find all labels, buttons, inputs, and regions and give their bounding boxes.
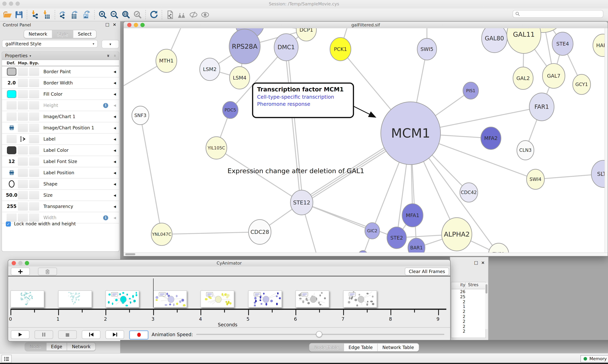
byp-value-cell[interactable] xyxy=(29,202,39,211)
expand-row-icon[interactable]: ◀ xyxy=(113,193,116,197)
import-network-button[interactable] xyxy=(29,10,41,20)
frame-thumbnail[interactable] xyxy=(248,290,282,308)
annotation-box[interactable]: Transcription factor MCM1 Cell-type-spec… xyxy=(252,83,354,118)
map-value-cell[interactable] xyxy=(18,135,28,143)
map-value-cell[interactable] xyxy=(18,123,28,132)
byp-value-cell[interactable] xyxy=(29,101,39,110)
def-value-cell[interactable] xyxy=(7,123,17,132)
network-edge[interactable] xyxy=(287,47,303,202)
frame-thumbnail[interactable] xyxy=(11,290,44,308)
table-column-header[interactable]: ity xyxy=(451,282,466,289)
def-value-cell[interactable] xyxy=(7,146,17,155)
def-value-cell[interactable] xyxy=(7,135,17,143)
tab-edge-table[interactable]: Edge Table xyxy=(344,343,378,351)
network-edge[interactable] xyxy=(216,148,302,203)
export-network-button[interactable] xyxy=(57,10,69,20)
network-node-snf3[interactable]: SNF3 xyxy=(132,106,149,125)
tab-style[interactable]: Style xyxy=(52,30,73,38)
def-value-cell[interactable]: 50.0 xyxy=(7,191,17,199)
def-value-cell[interactable] xyxy=(7,101,17,110)
lock-size-row[interactable]: ✓ Lock node width and height xyxy=(6,221,76,226)
tab-network-table[interactable]: Network Table xyxy=(378,343,419,351)
byp-value-cell[interactable] xyxy=(29,191,39,199)
style-property-row[interactable]: Border Paint◀ xyxy=(2,66,119,78)
open-session-button[interactable] xyxy=(1,10,13,20)
expand-row-icon[interactable]: ◀ xyxy=(113,148,116,152)
byp-value-cell[interactable] xyxy=(29,180,39,188)
expand-all-icon[interactable]: » xyxy=(106,54,111,57)
info-icon[interactable]: i xyxy=(103,215,108,220)
expand-row-icon[interactable]: ◀ xyxy=(113,126,116,130)
network-node-gal11[interactable]: GAL11 xyxy=(507,28,541,53)
network-node-yil105c[interactable]: YIL105C xyxy=(206,137,227,159)
network-node-pck1[interactable]: PCK1 xyxy=(330,38,351,61)
frame-thumbnail[interactable] xyxy=(105,290,139,308)
network-node-swi4[interactable]: SWI4 xyxy=(527,169,544,189)
frame-thumbnail[interactable] xyxy=(153,290,187,308)
show-all-button[interactable] xyxy=(199,10,211,20)
save-session-button[interactable] xyxy=(13,10,25,20)
style-property-row[interactable]: Fill Color◀ xyxy=(2,89,119,100)
network-node-gcy1[interactable]: GCY1 xyxy=(573,74,591,94)
network-from-document-button[interactable] xyxy=(164,10,176,20)
map-value-cell[interactable] xyxy=(18,191,28,199)
map-value-cell[interactable] xyxy=(18,157,28,166)
expand-row-icon[interactable]: ◀ xyxy=(113,92,116,96)
def-value-cell[interactable]: 2.0 xyxy=(7,78,17,87)
annotation-link[interactable]: Pheromone response xyxy=(257,101,349,107)
network-edge[interactable] xyxy=(140,116,162,234)
zoom-out-button[interactable] xyxy=(109,10,120,20)
search-input[interactable] xyxy=(520,11,595,17)
network-node-cln3[interactable]: CLN3 xyxy=(517,141,534,160)
table-row[interactable]: 2 xyxy=(451,299,486,304)
network-edge[interactable] xyxy=(162,232,260,234)
network-node-far1[interactable]: FAR1 xyxy=(529,93,554,121)
network-node-cdc28[interactable]: CDC28 xyxy=(249,220,271,245)
float-panel-icon[interactable]: □ xyxy=(474,260,480,265)
network-node-mfa1[interactable]: MFA1 xyxy=(402,204,423,227)
first-neighbors-button[interactable] xyxy=(176,10,188,20)
style-property-row[interactable]: 255Transparency◀ xyxy=(2,201,119,212)
table-row[interactable]: 2 xyxy=(451,309,486,314)
float-panel-icon[interactable]: □ xyxy=(105,22,112,27)
network-node-lsm4[interactable]: LSM4 xyxy=(230,66,250,89)
network-node-bar1[interactable]: BAR1 xyxy=(408,238,425,253)
byp-value-cell[interactable] xyxy=(29,169,39,177)
scrollbar-thumb[interactable] xyxy=(485,284,487,294)
pause-button[interactable] xyxy=(35,330,53,339)
network-canvas[interactable]: RPS28BDCP1RPS28ADMC1PCK1SWI5GAL80GAL11ST… xyxy=(124,28,608,253)
vertical-scrollbar[interactable] xyxy=(605,28,608,253)
network-node-rps28a[interactable]: RPS28A xyxy=(229,29,260,64)
annotation-link[interactable]: Cell-type-specific transcription xyxy=(257,94,349,100)
def-value-cell[interactable] xyxy=(7,112,17,121)
horizontal-scrollbar[interactable] xyxy=(124,253,608,256)
style-property-row[interactable]: Heighti◀ xyxy=(2,100,119,111)
map-value-cell[interactable] xyxy=(18,202,28,211)
network-node-ste2[interactable]: STE2 xyxy=(387,227,406,248)
def-value-cell[interactable] xyxy=(7,180,17,188)
refresh-button[interactable] xyxy=(148,10,160,20)
expand-row-icon[interactable]: ◀ xyxy=(113,160,116,163)
byp-value-cell[interactable] xyxy=(29,157,39,166)
style-property-row[interactable]: Label◀ xyxy=(2,134,119,145)
map-value-cell[interactable] xyxy=(18,180,28,188)
byp-value-cell[interactable] xyxy=(29,123,39,132)
delete-frame-button[interactable] xyxy=(38,268,57,275)
table-row[interactable]: 26 xyxy=(451,289,486,294)
tab-network[interactable]: Network xyxy=(67,343,95,351)
def-value-cell[interactable]: 255 xyxy=(7,202,17,211)
style-property-row[interactable]: Shape◀ xyxy=(2,179,119,190)
frame-thumbnail[interactable] xyxy=(58,290,92,308)
map-value-cell[interactable] xyxy=(18,78,28,87)
hide-selected-button[interactable] xyxy=(188,10,199,20)
network-node-swi5[interactable]: SWI5 xyxy=(417,38,437,60)
timeline-playhead[interactable] xyxy=(153,278,153,308)
task-history-button[interactable] xyxy=(1,355,12,363)
frame-thumbnail[interactable] xyxy=(343,290,377,308)
map-value-cell[interactable] xyxy=(18,169,28,177)
def-value-cell[interactable] xyxy=(7,90,17,98)
table-row[interactable]: 2 xyxy=(451,324,486,329)
style-property-row[interactable]: Label Color◀ xyxy=(2,145,119,156)
memory-button[interactable]: Memory xyxy=(580,355,608,363)
tab-node[interactable]: Node xyxy=(25,343,46,351)
